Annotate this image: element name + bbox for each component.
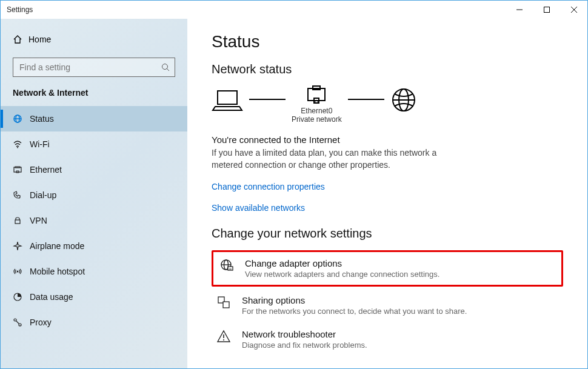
- warning-icon: [215, 329, 232, 344]
- globe-icon: [390, 87, 417, 113]
- sidebar-item-label: Wi-Fi: [30, 139, 50, 149]
- sidebar-item-label: Status: [30, 114, 54, 124]
- diagram-caption-1: Ethernet0: [301, 107, 332, 115]
- option-desc: View network adapters and change connect…: [245, 270, 439, 279]
- hotspot-icon: [13, 267, 30, 276]
- option-title: Sharing options: [242, 295, 467, 305]
- proxy-icon: [13, 317, 30, 327]
- airplane-icon: [13, 241, 30, 251]
- sidebar-item-label: Proxy: [30, 317, 52, 327]
- sidebar-item-hotspot[interactable]: Mobile hotspot: [1, 259, 187, 284]
- sidebar-item-ethernet[interactable]: Ethernet: [1, 157, 187, 182]
- link-show-networks[interactable]: Show available networks: [212, 203, 305, 213]
- sidebar-home-label: Home: [28, 35, 51, 44]
- sidebar-item-status[interactable]: Status: [1, 106, 187, 131]
- search-box[interactable]: [13, 58, 175, 77]
- sidebar-item-label: Data usage: [30, 292, 73, 302]
- close-button[interactable]: [560, 1, 587, 19]
- svg-point-4: [162, 64, 168, 70]
- option-title: Change adapter options: [245, 258, 439, 268]
- svg-point-36: [223, 339, 224, 341]
- option-desc: For the networks you connect to, decide …: [242, 307, 467, 316]
- network-status-heading: Network status: [212, 62, 563, 76]
- sidebar-home[interactable]: Home: [1, 26, 187, 53]
- sidebar-item-datausage[interactable]: Data usage: [1, 284, 187, 310]
- laptop-icon: [212, 88, 243, 111]
- link-change-connection[interactable]: Change connection properties: [212, 182, 325, 191]
- sidebar-item-label: Airplane mode: [30, 241, 84, 251]
- svg-line-18: [16, 321, 19, 324]
- search-input[interactable]: [13, 62, 156, 72]
- wifi-icon: [13, 139, 30, 149]
- datausage-icon: [13, 292, 30, 302]
- network-diagram: Ethernet0 Private network: [212, 85, 563, 124]
- window-title: Settings: [7, 5, 33, 14]
- sidebar-item-vpn[interactable]: VPN: [1, 208, 187, 233]
- svg-point-17: [19, 324, 21, 326]
- svg-rect-31: [228, 267, 233, 270]
- status-icon: [13, 114, 30, 124]
- dialup-icon: [13, 190, 30, 200]
- adapter-icon: [218, 258, 235, 273]
- option-change-adapter[interactable]: Change adapter options View network adap…: [212, 250, 563, 287]
- sidebar-category: Network & Internet: [1, 88, 187, 98]
- sidebar-item-label: Mobile hotspot: [30, 267, 85, 276]
- minimize-button[interactable]: [506, 1, 533, 19]
- option-desc: Diagnose and fix network problems.: [242, 341, 367, 350]
- ethernet-icon: [13, 165, 30, 175]
- titlebar: Settings: [1, 1, 587, 19]
- svg-point-16: [14, 319, 16, 321]
- sidebar: Home Network & Internet Status Wi-Fi Eth…: [1, 19, 187, 368]
- page-title: Status: [212, 32, 563, 52]
- connected-description: If you have a limited data plan, you can…: [212, 147, 466, 171]
- diagram-caption-2: Private network: [292, 115, 342, 124]
- sidebar-item-airplane[interactable]: Airplane mode: [1, 233, 187, 259]
- svg-rect-19: [218, 91, 237, 104]
- sidebar-item-label: Ethernet: [30, 165, 62, 175]
- svg-line-5: [167, 68, 169, 71]
- svg-rect-34: [223, 302, 229, 308]
- sidebar-item-dialup[interactable]: Dial-up: [1, 182, 187, 208]
- sidebar-item-proxy[interactable]: Proxy: [1, 310, 187, 335]
- svg-point-9: [17, 147, 18, 148]
- sidebar-item-label: Dial-up: [30, 190, 56, 200]
- option-troubleshooter[interactable]: Network troubleshooter Diagnose and fix …: [212, 324, 563, 354]
- svg-rect-13: [15, 220, 20, 224]
- sharing-icon: [215, 295, 232, 310]
- option-title: Network troubleshooter: [242, 329, 367, 339]
- option-sharing[interactable]: Sharing options For the networks you con…: [212, 290, 563, 321]
- svg-point-14: [17, 271, 19, 273]
- main-content: Status Network status Ethernet0 Private …: [187, 19, 587, 368]
- ethernet-icon: [304, 85, 329, 107]
- sidebar-item-wifi[interactable]: Wi-Fi: [1, 131, 187, 157]
- change-settings-heading: Change your network settings: [212, 227, 563, 241]
- vpn-icon: [13, 216, 30, 225]
- svg-rect-1: [544, 7, 549, 13]
- connected-heading: You're connected to the Internet: [212, 135, 563, 145]
- sidebar-item-label: VPN: [30, 216, 47, 225]
- home-icon: [13, 35, 28, 44]
- maximize-button[interactable]: [533, 1, 560, 19]
- search-icon: [156, 63, 175, 71]
